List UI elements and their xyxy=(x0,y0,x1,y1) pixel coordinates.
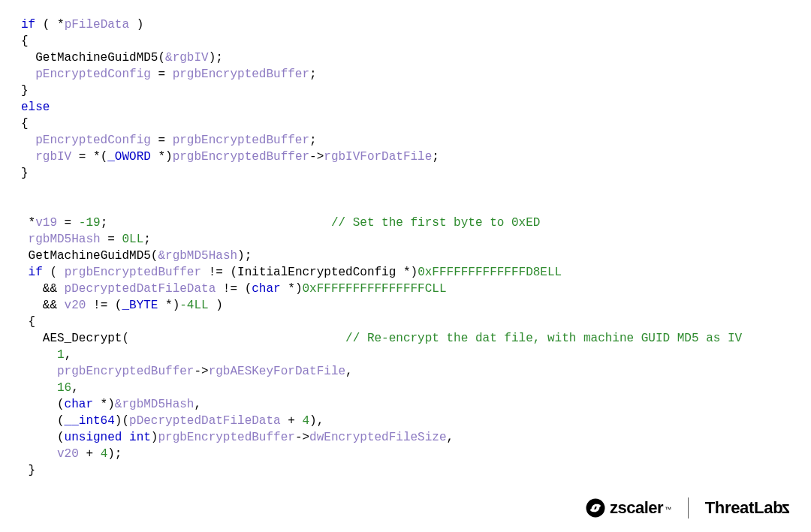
code-line: (char *)&rgbMD5Hash, xyxy=(21,396,790,413)
code-token: rgbMD5Hash xyxy=(122,398,194,411)
code-line: v20 + 4); xyxy=(21,446,790,462)
code-token: ) xyxy=(129,18,143,32)
code-token: * xyxy=(57,18,65,32)
code-token: + xyxy=(79,447,101,461)
code-token: pFileData xyxy=(65,18,129,32)
code-token: + xyxy=(281,414,303,428)
code-line: 16, xyxy=(21,380,790,396)
code-token: *) xyxy=(151,150,173,164)
code-token: , xyxy=(71,381,79,395)
code-token: *) xyxy=(93,398,115,411)
code-token: __int64 xyxy=(65,414,115,428)
code-token xyxy=(21,134,35,147)
code-token: 4 xyxy=(101,447,108,461)
code-token: != ( xyxy=(86,299,122,312)
code-line: } xyxy=(21,462,790,479)
code-token: _BYTE xyxy=(122,299,158,312)
code-token: { xyxy=(21,35,29,48)
code-token: ; xyxy=(309,68,317,81)
code-token: { xyxy=(21,315,35,329)
code-token: else xyxy=(21,101,50,114)
code-line: && v20 != (_BYTE *)-4LL ) xyxy=(21,297,790,314)
code-token: rgbIV xyxy=(35,150,71,164)
code-token: rgbIV xyxy=(173,51,209,65)
code-token: -> xyxy=(295,431,309,444)
code-token: prgbEncryptedBuffer xyxy=(65,266,201,279)
decompiled-code-block: if ( *pFileData ){ GetMachineGuidMD5(&rg… xyxy=(0,0,811,479)
code-token: 1 xyxy=(57,348,65,362)
code-token: -4LL xyxy=(179,299,208,312)
code-token xyxy=(21,348,57,362)
code-line: rgbMD5Hash = 0LL; xyxy=(21,231,790,248)
code-token: rgbIVForDatFile xyxy=(324,150,432,164)
code-token: v20 xyxy=(65,299,86,312)
threatlabz-mirrored-z: z xyxy=(782,500,790,516)
code-token xyxy=(21,51,35,65)
code-line: prgbEncryptedBuffer->rgbAESKeyForDatFile… xyxy=(21,363,790,380)
code-token: -> xyxy=(309,150,324,164)
code-token: ) xyxy=(209,299,223,312)
code-line: pEncryptedConfig = prgbEncryptedBuffer; xyxy=(21,66,790,83)
code-token: ; xyxy=(432,150,439,164)
code-token xyxy=(21,332,43,345)
code-token: pDecryptedDatFileData xyxy=(65,282,216,296)
code-token: && xyxy=(21,299,65,312)
code-token: AES_Decrypt xyxy=(43,332,122,345)
code-token: ( xyxy=(158,51,165,65)
code-token: ( xyxy=(21,398,65,411)
code-token: prgbEncryptedBuffer xyxy=(173,134,309,147)
code-token xyxy=(21,150,35,164)
code-token: *) xyxy=(158,299,179,312)
code-line xyxy=(21,198,790,215)
code-token xyxy=(21,68,35,81)
code-line: rgbIV = *(_OWORD *)prgbEncryptedBuffer->… xyxy=(21,149,790,165)
code-token: GetMachineGuidMD5 xyxy=(35,51,158,65)
code-token: != ( xyxy=(201,266,237,279)
code-token: rgbAESKeyForDatFile xyxy=(209,365,345,378)
code-token xyxy=(21,249,29,263)
svg-point-0 xyxy=(586,499,605,518)
code-token: rgbMD5Hash xyxy=(29,233,101,246)
code-token: 0xFFFFFFFFFFFFFD8ELL xyxy=(418,266,562,279)
code-token: *) xyxy=(396,266,418,279)
footer-divider xyxy=(688,497,689,518)
code-token: ); xyxy=(209,51,223,65)
code-token: } xyxy=(21,167,29,180)
code-token: && xyxy=(21,282,65,296)
code-line: GetMachineGuidMD5(&rgbIV); xyxy=(21,50,790,66)
code-token: ) xyxy=(151,431,158,444)
code-token: = xyxy=(101,233,122,246)
code-token xyxy=(21,233,29,246)
code-token: // Set the first byte to 0xED xyxy=(331,216,540,230)
code-token: & xyxy=(165,51,173,65)
code-line: AES_Decrypt( // Re-encrypt the dat file,… xyxy=(21,330,790,347)
code-token xyxy=(21,365,57,378)
code-token: & xyxy=(115,398,122,411)
code-token: pEncryptedConfig xyxy=(35,134,151,147)
zscaler-logo: zscaler™ xyxy=(586,498,671,518)
code-token xyxy=(21,266,29,279)
code-token: ; xyxy=(101,216,331,230)
footer-branding: zscaler™ ThreatLabz xyxy=(586,497,790,518)
code-token: // Re-encrypt the dat file, with machine… xyxy=(345,332,742,345)
code-token: ( xyxy=(35,18,57,32)
code-token: prgbEncryptedBuffer xyxy=(173,68,309,81)
code-line: if ( prgbEncryptedBuffer != (InitialEncr… xyxy=(21,264,790,281)
code-token: * xyxy=(21,216,35,230)
code-token: unsigned int xyxy=(65,431,151,444)
code-token: prgbEncryptedBuffer xyxy=(57,365,194,378)
zscaler-swirl-icon xyxy=(586,498,605,518)
code-token: -19 xyxy=(79,216,101,230)
code-line: (__int64)(pDecryptedDatFileData + 4), xyxy=(21,413,790,429)
code-token: ( xyxy=(151,249,158,263)
code-token: ); xyxy=(237,249,252,263)
code-token: )( xyxy=(115,414,129,428)
threatlabz-logo: ThreatLabz xyxy=(705,500,790,516)
code-token: ( xyxy=(43,266,65,279)
code-token: v19 xyxy=(35,216,57,230)
code-token: , xyxy=(447,431,454,444)
code-line: (unsigned int)prgbEncryptedBuffer->dwEnc… xyxy=(21,429,790,446)
code-token: v20 xyxy=(57,447,79,461)
code-token: InitialEncryptedConfig xyxy=(237,266,396,279)
code-token: 0xFFFFFFFFFFFFFFFCLL xyxy=(302,282,446,296)
